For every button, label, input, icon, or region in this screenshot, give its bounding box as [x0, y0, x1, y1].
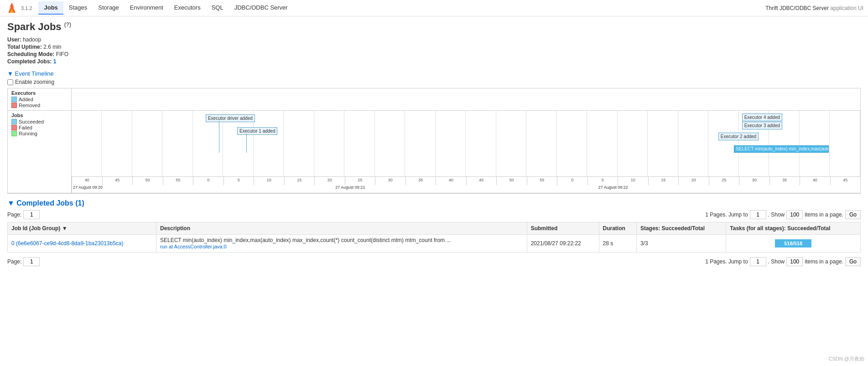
enable-zoom-label: Enable zooming — [15, 79, 54, 85]
nav-storage[interactable]: Storage — [93, 1, 125, 15]
legend-failed-box — [11, 125, 17, 130]
timeline-chart: Executor driver added Executor 1 added E… — [72, 111, 860, 193]
axis-label: 40 — [72, 177, 102, 185]
legend-added-label: Added — [19, 97, 33, 102]
page-help[interactable]: (?) — [64, 21, 71, 28]
legend-succeeded-box — [11, 119, 17, 124]
nav-environment[interactable]: Environment — [125, 1, 169, 15]
jump-to-input-top[interactable] — [750, 210, 766, 219]
legend-removed-label: Removed — [19, 103, 40, 108]
show-count-input-bottom[interactable] — [786, 257, 803, 266]
jump-to-input-bottom[interactable] — [750, 257, 766, 266]
enable-zoom-checkbox[interactable] — [7, 79, 13, 85]
spark-flame-icon — [5, 2, 19, 15]
cell-description: SELECT min(auto_index) min_index,max(aut… — [156, 235, 527, 253]
tasks-progress-bar: 518/518 — [775, 239, 811, 247]
event-executor4-added: Executor 4 added — [742, 113, 782, 121]
event-exec1-line — [246, 134, 247, 153]
enable-zoom-row: Enable zooming — [7, 79, 861, 85]
main-content: Spark Jobs (?) User: hadoop Total Uptime… — [0, 16, 868, 273]
bottom-pages-info: 1 Pages. Jump to — [705, 258, 748, 265]
app-info: Thrift JDBC/ODBC Server application UI — [765, 5, 863, 11]
legend-running: Running — [11, 131, 68, 136]
table-header-row: Job Id (Job Group) ▼ Description Submitt… — [8, 222, 861, 235]
page-label: Page: — [7, 211, 21, 218]
bottom-show-label: . Show — [768, 258, 785, 265]
pages-info: 1 Pages. Jump to — [705, 211, 748, 218]
cell-tasks: 518/518 — [726, 235, 861, 253]
desc-main: SELECT min(auto_index) min_index,max(aut… — [160, 237, 523, 243]
top-navigation: 3.1.2 Jobs Stages Storage Environment Ex… — [0, 0, 868, 16]
spark-logo: 3.1.2 — [5, 2, 32, 15]
uptime-label: Total Uptime: — [7, 44, 42, 50]
legend-running-box — [11, 131, 17, 136]
bottom-items-label: items in a page. — [805, 258, 843, 265]
scheduling-label: Scheduling Mode: — [7, 51, 54, 57]
page-number-input-top[interactable] — [23, 210, 40, 219]
uptime-info: Total Uptime: 2.6 min — [7, 44, 861, 50]
page-title-text: Spark Jobs — [7, 21, 62, 32]
col-stages[interactable]: Stages: Succeeded/Total — [636, 222, 726, 235]
bottom-page-indicator: Page: — [7, 257, 40, 266]
legend-failed-label: Failed — [19, 125, 32, 130]
col-tasks[interactable]: Tasks (for all stages): Succeeded/Total — [726, 222, 861, 235]
show-label: . Show — [768, 211, 785, 218]
completed-jobs-title: ▼ Completed Jobs (1) — [7, 199, 84, 207]
desc-link[interactable]: run at AccessController.java:0 — [160, 244, 227, 249]
col-job-id[interactable]: Job Id (Job Group) ▼ — [8, 222, 156, 235]
show-count-input-top[interactable] — [786, 210, 803, 219]
table-header: Job Id (Job Group) ▼ Description Submitt… — [8, 222, 861, 235]
cell-job-id: 0 (6e6e6067-ce9d-4cd8-8da9-1ba23013b5ca) — [8, 235, 156, 253]
go-button-bottom[interactable]: Go — [845, 257, 861, 266]
jobs-legend-title: Jobs — [11, 113, 68, 118]
bottom-pagination: Page: 1 Pages. Jump to . Show items in a… — [7, 257, 861, 266]
top-pagination: Page: 1 Pages. Jump to . Show items in a… — [7, 210, 861, 219]
app-name-label: Thrift JDBC/ODBC Server — [765, 5, 829, 11]
legend-added: Added — [11, 97, 68, 102]
page-title: Spark Jobs (?) — [7, 21, 861, 33]
cell-stages: 3/3 — [636, 235, 726, 253]
completed-value-link[interactable]: 1 — [53, 58, 57, 65]
legend-removed: Removed — [11, 103, 68, 108]
nav-sql[interactable]: SQL — [206, 1, 229, 15]
axis-date-3: 27 August 09:22 — [598, 185, 719, 193]
nav-jobs[interactable]: Jobs — [38, 1, 63, 15]
legend-running-label: Running — [19, 131, 37, 136]
cell-submitted: 2021/08/27 09:22:22 — [527, 235, 599, 253]
uptime-value: 2.6 min — [43, 44, 61, 50]
table-row: 0 (6e6e6067-ce9d-4cd8-8da9-1ba23013b5ca)… — [8, 235, 861, 253]
spark-version: 3.1.2 — [21, 5, 32, 11]
axis-date-2: 27 August 09:21 — [334, 185, 456, 193]
user-label: User: — [7, 36, 21, 43]
timeline-container: Executors Added Removed Jobs Succeed — [7, 88, 861, 194]
nav-executors[interactable]: Executors — [169, 1, 206, 15]
bottom-page-label: Page: — [7, 258, 21, 265]
go-button-top[interactable]: Go — [845, 210, 861, 219]
nav-jdbc[interactable]: JDBC/ODBC Server — [229, 1, 293, 15]
page-indicator: Page: — [7, 210, 40, 219]
job-bar-0: SELECT min(auto_index) min_index,max(aut… — [734, 145, 828, 153]
col-submitted[interactable]: Submitted — [527, 222, 599, 235]
col-description[interactable]: Description — [156, 222, 527, 235]
completed-label: Completed Jobs: — [7, 58, 52, 65]
user-value: hadoop — [23, 36, 41, 43]
app-ui-label: application UI — [830, 5, 863, 11]
bottom-pagination-controls: 1 Pages. Jump to . Show items in a page.… — [705, 257, 861, 266]
col-duration[interactable]: Duration — [599, 222, 636, 235]
page-number-input-bottom[interactable] — [23, 257, 40, 266]
axis-date-1: 27 August 09:20 — [72, 185, 193, 193]
legend-failed: Failed — [11, 125, 68, 130]
event-timeline-toggle[interactable]: ▼ Event Timeline — [7, 70, 861, 77]
event-driver-added: Executor driver added — [206, 114, 255, 122]
completed-jobs-info: Completed Jobs: 1 — [7, 58, 861, 65]
timeline-axis: 40 45 50 55 0 5 10 15 20 25 30 35 40 45 — [72, 176, 860, 193]
cell-duration: 28 s — [599, 235, 636, 253]
completed-jobs-section-header[interactable]: ▼ Completed Jobs (1) — [7, 199, 861, 207]
job-id-link[interactable]: 0 (6e6e6067-ce9d-4cd8-8da9-1ba23013b5ca) — [11, 240, 124, 247]
legend-succeeded-label: Succeeded — [19, 119, 44, 124]
items-label: items in a page. — [805, 211, 843, 218]
pagination-controls: 1 Pages. Jump to . Show items in a page.… — [705, 210, 861, 219]
nav-stages[interactable]: Stages — [63, 1, 93, 15]
scheduling-value: FIFO — [56, 51, 68, 57]
legend-added-box — [11, 97, 17, 102]
